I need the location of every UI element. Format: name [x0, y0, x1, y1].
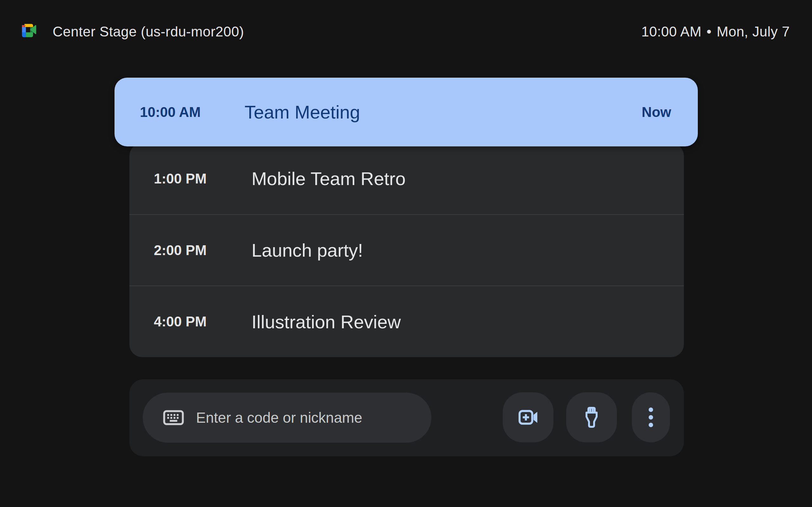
header: Center Stage (us-rdu-mor200) 10:00 AM • …	[20, 18, 790, 45]
schedule-row[interactable]: 4:00 PM Illustration Review	[130, 285, 684, 357]
schedule-row-time: 4:00 PM	[154, 314, 252, 330]
meet-room-home-screen: { "header": { "room_name": "Center Stage…	[0, 0, 812, 507]
room-name: Center Stage (us-rdu-mor200)	[53, 24, 244, 40]
schedule-list: 1:00 PM Mobile Team Retro 2:00 PM Launch…	[130, 143, 684, 357]
schedule-row-time: 1:00 PM	[154, 171, 252, 187]
current-meeting-card[interactable]: 10:00 AM Team Meeting Now	[114, 78, 698, 147]
clock-dot: •	[707, 24, 712, 40]
schedule-row-title: Illustration Review	[252, 311, 657, 332]
clock-date: Mon, July 7	[717, 24, 790, 40]
new-meeting-button[interactable]	[503, 392, 554, 442]
footer-control-bar	[130, 379, 684, 456]
current-meeting-title: Team Meeting	[245, 101, 642, 123]
more-options-button[interactable]	[632, 392, 670, 442]
code-input[interactable]	[196, 409, 432, 426]
clock-time: 10:00 AM	[641, 24, 702, 40]
clock: 10:00 AM • Mon, July 7	[641, 24, 790, 40]
schedule-row[interactable]: 2:00 PM Launch party!	[130, 214, 684, 286]
now-badge: Now	[642, 104, 671, 120]
present-hdmi-button[interactable]	[566, 392, 617, 442]
schedule-row-title: Mobile Team Retro	[252, 168, 657, 189]
schedule-row[interactable]: 1:00 PM Mobile Team Retro	[130, 143, 684, 214]
current-meeting-time: 10:00 AM	[140, 104, 245, 120]
video-call-plus-icon	[518, 409, 539, 426]
three-dots-icon	[648, 407, 653, 428]
code-input-pill[interactable]	[143, 393, 432, 443]
hdmi-cable-icon	[583, 406, 600, 429]
schedule-row-time: 2:00 PM	[154, 242, 252, 258]
google-meet-logo-icon	[20, 21, 41, 42]
keyboard-icon	[163, 410, 184, 425]
schedule-row-title: Launch party!	[252, 239, 657, 261]
